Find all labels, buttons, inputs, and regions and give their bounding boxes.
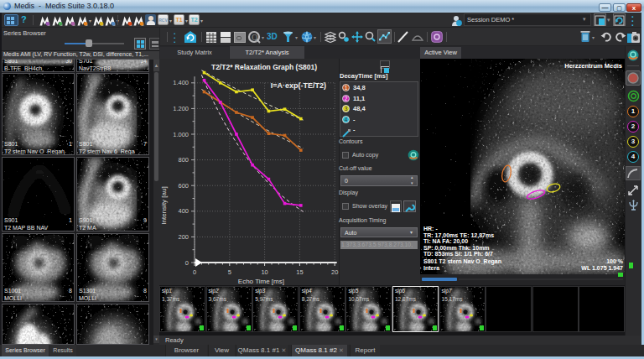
svg-text:800: 800	[178, 156, 189, 164]
svg-text:I=A·exp(-TE/T2): I=A·exp(-TE/T2)	[271, 81, 326, 90]
svg-text:0: 0	[193, 268, 196, 276]
svg-text:1.400: 1.400	[173, 79, 189, 86]
svg-text:15: 15	[296, 268, 303, 276]
svg-text:Intensity [au]: Intensity [au]	[160, 186, 168, 224]
svg-text:T2/T2* Relaxation Graph (S801): T2/T2* Relaxation Graph (S801)	[211, 63, 317, 71]
svg-text:600: 600	[178, 182, 189, 190]
svg-text:1.200: 1.200	[173, 105, 189, 112]
svg-text:10: 10	[261, 268, 267, 276]
svg-text:5: 5	[228, 268, 231, 276]
svg-text:20: 20	[331, 268, 338, 276]
svg-text:Q: Q	[252, 33, 258, 42]
svg-text:Echo Time [ms]: Echo Time [ms]	[238, 278, 284, 285]
svg-text:200: 200	[178, 233, 189, 241]
svg-text:0: 0	[185, 259, 189, 267]
svg-text:400: 400	[178, 207, 189, 215]
svg-text:1.000: 1.000	[173, 131, 189, 138]
